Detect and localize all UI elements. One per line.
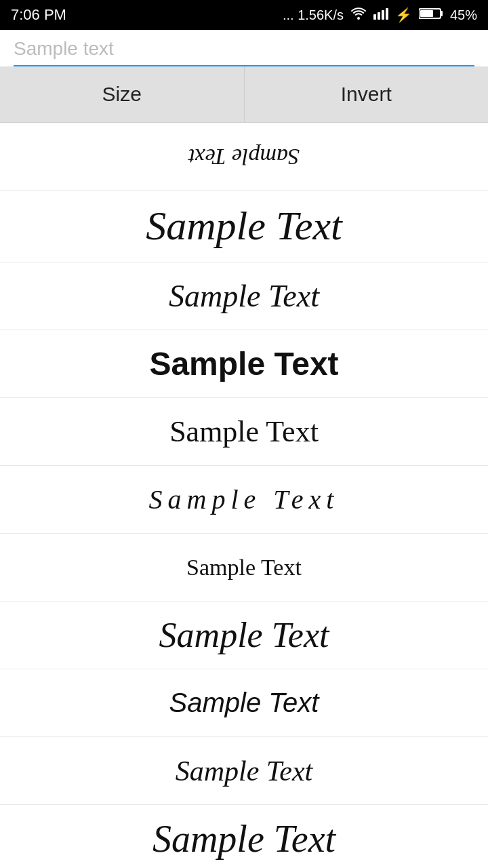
charging-icon: ⚡ <box>395 7 412 23</box>
list-item[interactable]: Sample Text <box>0 737 488 805</box>
font-sample-text: Sample Text <box>159 615 329 655</box>
svg-rect-3 <box>386 8 388 20</box>
invert-button[interactable]: Invert <box>245 66 489 122</box>
svg-rect-1 <box>378 12 380 20</box>
search-input[interactable] <box>14 38 474 66</box>
font-sample-text: Sample Text <box>169 278 319 314</box>
battery-icon <box>419 7 443 23</box>
list-item[interactable]: Sample Text <box>0 262 488 330</box>
wifi-icon <box>350 7 367 23</box>
filter-buttons: Size Invert <box>0 66 488 123</box>
list-item[interactable]: Sample Text <box>0 191 488 262</box>
svg-rect-2 <box>382 10 384 20</box>
svg-rect-6 <box>420 10 433 17</box>
battery-percent: 45% <box>450 7 477 23</box>
list-item[interactable]: Sample Text <box>0 123 488 191</box>
list-item[interactable]: Sample Text <box>0 466 488 534</box>
list-item[interactable]: Sample Text <box>0 330 488 398</box>
size-button[interactable]: Size <box>0 66 245 122</box>
font-sample-text: Sample Text <box>186 555 302 580</box>
signal-icon <box>373 7 388 23</box>
font-list: Sample TextSample TextSample TextSample … <box>0 123 488 868</box>
list-item[interactable]: Sample Text <box>0 669 488 737</box>
svg-rect-0 <box>373 14 376 20</box>
font-sample-text: Sample Text <box>146 203 342 250</box>
font-sample-text: Sample Text <box>169 414 319 449</box>
status-time: 7:06 PM <box>11 6 66 24</box>
font-sample-text: Sample Text <box>176 755 313 787</box>
list-item[interactable]: Sample Text <box>0 534 488 601</box>
list-item[interactable]: Sample Text <box>0 805 488 868</box>
font-sample-text: Sample Text <box>149 345 338 382</box>
font-sample-text: Sample Text <box>169 688 319 718</box>
font-sample-text: Sample Text <box>188 144 300 170</box>
status-bar: 7:06 PM ... 1.56K/s ⚡ <box>0 0 488 30</box>
svg-rect-5 <box>441 11 443 16</box>
list-item[interactable]: Sample Text <box>0 601 488 669</box>
list-item[interactable]: Sample Text <box>0 398 488 466</box>
search-bar <box>0 30 488 66</box>
font-sample-text: Sample Text <box>152 817 336 861</box>
status-right: ... 1.56K/s ⚡ 45% <box>283 7 477 23</box>
network-speed: ... 1.56K/s <box>283 7 344 23</box>
font-sample-text: Sample Text <box>149 484 340 515</box>
